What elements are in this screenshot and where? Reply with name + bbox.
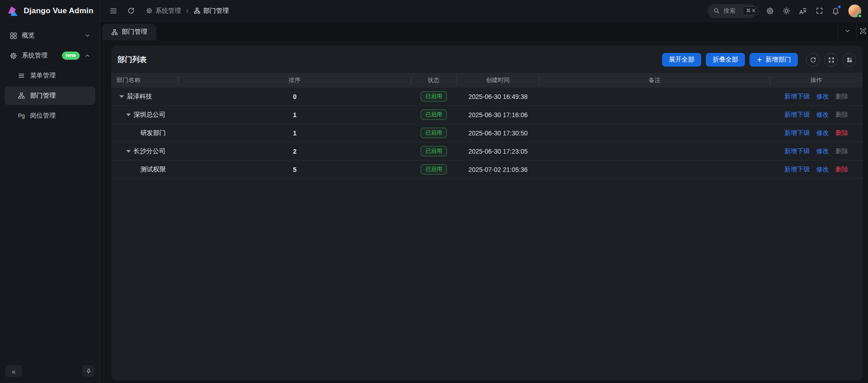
tree-collapse-icon[interactable] — [126, 150, 131, 153]
content-fullscreen-button[interactable] — [856, 22, 868, 40]
status-badge: 已启用 — [421, 164, 447, 175]
column-header-created[interactable]: 创建时间 — [457, 76, 539, 84]
department-name-cell: 长沙分公司 — [111, 147, 179, 155]
breadcrumb-separator-icon — [185, 8, 190, 14]
tab-list-dropdown-button[interactable] — [838, 22, 856, 40]
sidebar-item-overview[interactable]: 概览 — [5, 26, 95, 45]
status-badge: 已启用 — [421, 128, 447, 139]
department-name: 长沙分公司 — [134, 147, 165, 155]
add-child-link[interactable]: 新增下级 — [785, 111, 810, 119]
main-column: 系统管理 部门管理 — [100, 0, 868, 383]
column-header-actions[interactable]: 操作 — [770, 76, 863, 84]
add-department-button[interactable]: 新增部门 — [750, 53, 798, 67]
gear-icon — [9, 52, 17, 60]
edit-link[interactable]: 修改 — [817, 166, 829, 174]
tree-indent — [117, 169, 130, 170]
fullscreen-button[interactable] — [812, 4, 826, 18]
department-name: 测试权限 — [140, 166, 166, 174]
org-chart-icon — [111, 29, 118, 36]
notifications-button[interactable] — [829, 4, 842, 18]
tab-department-management[interactable]: 部门管理 — [102, 24, 156, 40]
department-name: 晨泽科技 — [127, 93, 152, 101]
department-table: 部门名称 排序 状态 创建时间 备注 操作 晨泽科技 0 已启用 2025-06… — [111, 73, 863, 179]
department-name-cell: 晨泽科技 — [111, 93, 179, 101]
column-header-sort[interactable]: 排序 — [179, 76, 411, 84]
app-window: Django Vue Admin 概览 — [0, 0, 868, 383]
card-header: 部门列表 展开全部 折叠全部 新增部门 — [111, 52, 863, 73]
refresh-page-button[interactable] — [124, 4, 138, 18]
org-chart-icon — [17, 92, 26, 100]
sidebar-footer: « — [0, 363, 100, 383]
status-cell: 已启用 — [411, 91, 457, 102]
pin-sidebar-button[interactable] — [82, 365, 94, 377]
breadcrumb: 系统管理 部门管理 — [146, 7, 229, 15]
created-time: 2025-06-30 17:23:05 — [457, 148, 539, 155]
table-row: 晨泽科技 0 已启用 2025-06-30 16:49:38 新增下级 修改 删… — [111, 88, 863, 106]
sort-value: 1 — [179, 111, 411, 119]
sidebar-item-label: 概览 — [22, 31, 80, 40]
table-columns-button[interactable] — [842, 53, 856, 67]
tree-indent — [117, 151, 123, 151]
add-child-link[interactable]: 新增下级 — [785, 147, 810, 155]
edit-link[interactable]: 修改 — [817, 147, 829, 155]
user-avatar[interactable] — [848, 4, 862, 18]
sort-value: 1 — [179, 129, 411, 137]
delete-link[interactable]: 删除 — [836, 166, 848, 174]
tabbar: 部门管理 — [100, 22, 868, 40]
status-badge: 已启用 — [421, 146, 447, 157]
delete-link[interactable]: 删除 — [836, 111, 848, 119]
table-fullscreen-button[interactable] — [824, 53, 838, 67]
tree-collapse-icon[interactable] — [119, 95, 124, 98]
sidebar-item-system[interactable]: 系统管理 new — [5, 47, 95, 65]
sidebar-menu: 概览 系统管理 new — [0, 22, 100, 363]
status-badge: 已启用 — [421, 91, 447, 102]
app-logo-row: Django Vue Admin — [0, 0, 100, 22]
delete-link[interactable]: 删除 — [836, 129, 848, 137]
sidebar-item-menu-management[interactable]: 菜单管理 — [5, 67, 95, 85]
delete-link[interactable]: 删除 — [836, 93, 848, 101]
row-actions: 新增下级 修改 删除 — [770, 93, 863, 101]
add-child-link[interactable]: 新增下级 — [785, 129, 810, 137]
notification-dot — [837, 5, 841, 9]
new-badge: new — [62, 52, 80, 59]
delete-link[interactable]: 删除 — [836, 147, 848, 155]
search-icon — [713, 7, 720, 14]
search-input[interactable] — [724, 7, 739, 14]
add-child-link[interactable]: 新增下级 — [785, 166, 810, 174]
breadcrumb-item-department[interactable]: 部门管理 — [194, 7, 229, 15]
add-child-link[interactable]: 新增下级 — [785, 93, 810, 101]
table-body: 晨泽科技 0 已启用 2025-06-30 16:49:38 新增下级 修改 删… — [111, 88, 863, 179]
hamburger-menu-button[interactable] — [107, 4, 120, 18]
theme-toggle-button[interactable] — [780, 4, 793, 18]
search-box[interactable]: ⌘ K — [708, 4, 757, 18]
edit-link[interactable]: 修改 — [817, 111, 829, 119]
language-button[interactable] — [796, 4, 810, 18]
table-refresh-button[interactable] — [806, 53, 820, 67]
settings-button[interactable] — [763, 4, 777, 18]
expand-all-button[interactable]: 展开全部 — [662, 53, 701, 67]
tree-collapse-icon[interactable] — [126, 114, 131, 116]
created-time: 2025-06-30 17:30:50 — [457, 129, 539, 137]
column-header-remark[interactable]: 备注 — [539, 76, 770, 84]
tabs: 部门管理 — [100, 24, 838, 40]
sidebar: Django Vue Admin 概览 — [0, 0, 100, 383]
created-time: 2025-06-30 17:16:06 — [457, 111, 539, 119]
status-cell: 已启用 — [411, 128, 457, 139]
sidebar-item-position-management[interactable]: Pg 岗位管理 — [5, 107, 95, 125]
tabbar-tools — [838, 22, 868, 40]
column-header-status[interactable]: 状态 — [411, 76, 457, 84]
sidebar-item-department-management[interactable]: 部门管理 — [5, 87, 95, 105]
edit-link[interactable]: 修改 — [817, 93, 829, 101]
collapse-sidebar-button[interactable]: « — [5, 365, 22, 377]
breadcrumb-item-system[interactable]: 系统管理 — [146, 7, 181, 15]
row-actions: 新增下级 修改 删除 — [770, 147, 863, 155]
edit-link[interactable]: 修改 — [817, 129, 829, 137]
gear-icon — [146, 7, 153, 14]
collapse-all-button[interactable]: 折叠全部 — [706, 53, 745, 67]
status-badge: 已启用 — [421, 109, 447, 120]
card-toolbar: 展开全部 折叠全部 新增部门 — [662, 53, 856, 67]
column-header-name[interactable]: 部门名称 — [111, 76, 179, 84]
department-name-cell: 深圳总公司 — [111, 111, 179, 119]
table-row: 测试权限 5 已启用 2025-07-02 21:05:36 新增下级 修改 删… — [111, 160, 863, 179]
pin-icon — [85, 368, 92, 375]
